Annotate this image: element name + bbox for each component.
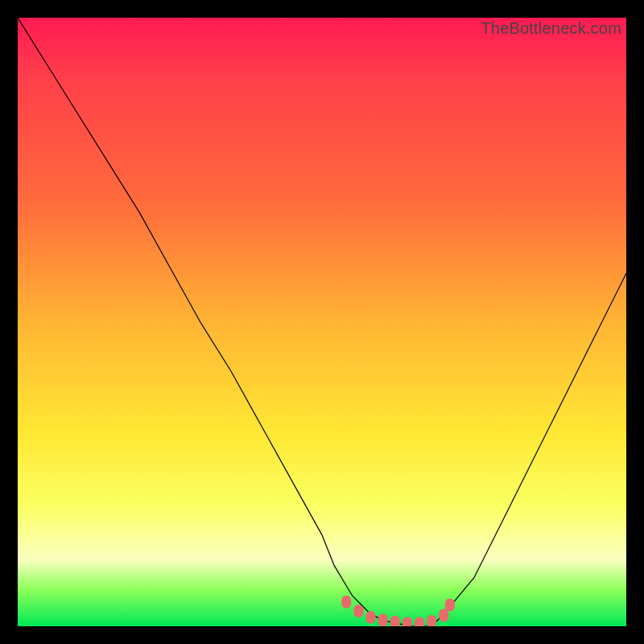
- optimal-marker: [439, 609, 448, 621]
- optimal-marker: [427, 615, 436, 626]
- optimal-marker: [353, 605, 363, 617]
- optimal-marker: [378, 613, 388, 626]
- optimal-marker: [402, 617, 412, 626]
- curve-overlay: [18, 18, 626, 626]
- optimal-marker: [445, 599, 455, 612]
- optimal-marker: [366, 611, 376, 624]
- optimal-marker: [415, 617, 424, 626]
- optimal-marker: [390, 616, 400, 626]
- chart-frame: TheBottleneck.com: [0, 0, 644, 644]
- optimal-marker: [341, 596, 351, 609]
- optimal-zone-markers: [341, 596, 455, 626]
- bottleneck-curve: [18, 18, 626, 626]
- plot-area: TheBottleneck.com: [18, 18, 626, 626]
